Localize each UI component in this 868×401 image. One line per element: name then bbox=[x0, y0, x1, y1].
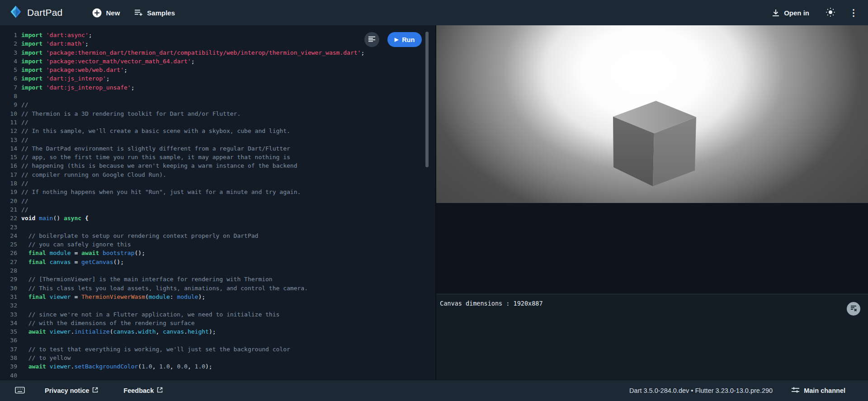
line-number: 18 bbox=[0, 179, 17, 188]
code-line: 14// The DartPad environment is slightly… bbox=[0, 144, 435, 153]
keyboard-icon bbox=[15, 387, 25, 395]
console-output: Canvas dimensions : 868x401 bbox=[440, 300, 868, 307]
tune-icon bbox=[792, 387, 799, 395]
line-number: 37 bbox=[0, 345, 17, 354]
keyboard-shortcuts-button[interactable] bbox=[15, 387, 25, 395]
line-number: 12 bbox=[0, 127, 17, 135]
line-number: 20 bbox=[0, 197, 17, 205]
line-number: 16 bbox=[0, 161, 17, 170]
sdk-version-text: Dart 3.5.0-284.0.dev • Flutter 3.23.0-13… bbox=[629, 387, 773, 394]
samples-button-label: Samples bbox=[147, 9, 175, 17]
code-line: 15// app, so the first time you run this… bbox=[0, 153, 435, 161]
open-in-label: Open in bbox=[784, 9, 809, 17]
download-icon bbox=[772, 9, 780, 17]
header-bar: DartPad New Samples bbox=[0, 0, 868, 25]
line-number: 1 bbox=[0, 31, 17, 39]
execution-background bbox=[436, 203, 868, 294]
play-icon: ▶ bbox=[395, 37, 398, 42]
console-panel: Canvas dimensions : 868x401 bbox=[436, 294, 868, 380]
code-line: 21// bbox=[0, 205, 435, 214]
code-line: 37 // to test that everything is working… bbox=[0, 345, 435, 354]
line-number: 4 bbox=[0, 57, 17, 66]
editor-scrollbar-thumb[interactable] bbox=[425, 32, 429, 167]
code-line: 26 final module = await bootstrap(); bbox=[0, 249, 435, 257]
line-number: 24 bbox=[0, 231, 17, 240]
line-number: 32 bbox=[0, 301, 17, 310]
external-link-icon bbox=[157, 387, 163, 394]
code-line: 3import 'package:thermion_dart/thermion_… bbox=[0, 48, 435, 57]
line-number: 19 bbox=[0, 188, 17, 196]
clear-console-icon bbox=[850, 305, 857, 313]
new-button[interactable]: New bbox=[92, 8, 120, 18]
code-line: 8 bbox=[0, 92, 435, 100]
feedback-link[interactable]: Feedback bbox=[123, 387, 163, 394]
line-number: 25 bbox=[0, 240, 17, 249]
code-line: 18// bbox=[0, 179, 435, 188]
brightness-toggle-button[interactable] bbox=[826, 7, 835, 19]
format-align-icon bbox=[368, 36, 375, 43]
code-line: 9// bbox=[0, 100, 435, 109]
code-line: 16// happening (this is because we aren'… bbox=[0, 161, 435, 170]
code-line: 36 bbox=[0, 336, 435, 344]
code-line: 6import 'dart:js_interop'; bbox=[0, 74, 435, 83]
privacy-notice-label: Privacy notice bbox=[45, 387, 89, 394]
code-line: 20// bbox=[0, 197, 435, 205]
code-line: 19// If nothing happens when you hit "Ru… bbox=[0, 188, 435, 196]
plus-circle-icon bbox=[92, 8, 102, 18]
line-number: 40 bbox=[0, 371, 17, 380]
line-number: 2 bbox=[0, 39, 17, 48]
feedback-label: Feedback bbox=[123, 387, 154, 394]
line-number: 11 bbox=[0, 118, 17, 127]
open-in-button[interactable]: Open in bbox=[772, 9, 809, 17]
main-split: 1import 'dart:async';2import 'dart:math'… bbox=[0, 25, 868, 380]
line-number: 30 bbox=[0, 284, 17, 292]
code-line: 38 // to yellow bbox=[0, 354, 435, 362]
code-line: 12// In this sample, we'll create a basi… bbox=[0, 127, 435, 135]
line-number: 7 bbox=[0, 83, 17, 92]
run-button[interactable]: ▶ Run bbox=[387, 32, 422, 47]
line-number: 14 bbox=[0, 144, 17, 153]
footer-bar: Privacy notice Feedback Dart 3.5.0-284.0… bbox=[0, 380, 868, 401]
line-number: 33 bbox=[0, 310, 17, 319]
line-number: 39 bbox=[0, 362, 17, 371]
line-number: 27 bbox=[0, 258, 17, 266]
code-line: 23 bbox=[0, 223, 435, 231]
line-number: 10 bbox=[0, 109, 17, 118]
playlist-add-icon bbox=[134, 9, 143, 16]
code-line: 5import 'package:web/web.dart'; bbox=[0, 66, 435, 74]
code-line: 34 // with the dimensions of the renderi… bbox=[0, 319, 435, 327]
line-number: 34 bbox=[0, 319, 17, 327]
code-line: 11// bbox=[0, 118, 435, 127]
code-line: 33 // since we're not in a Flutter appli… bbox=[0, 310, 435, 319]
code-line: 4import 'package:vector_math/vector_math… bbox=[0, 57, 435, 66]
privacy-notice-link[interactable]: Privacy notice bbox=[45, 387, 98, 394]
code-line: 10// Thermion is a 3D rendering toolkit … bbox=[0, 109, 435, 118]
code-line: 24 // boilerplate to setup our rendering… bbox=[0, 231, 435, 240]
cube-3d bbox=[436, 25, 868, 203]
line-number: 21 bbox=[0, 205, 17, 214]
line-number: 6 bbox=[0, 74, 17, 83]
line-number: 23 bbox=[0, 223, 17, 231]
line-number: 31 bbox=[0, 292, 17, 301]
samples-button[interactable]: Samples bbox=[134, 9, 175, 17]
code-editor-pane[interactable]: 1import 'dart:async';2import 'dart:math'… bbox=[0, 25, 435, 380]
line-number: 26 bbox=[0, 249, 17, 257]
overflow-menu-button[interactable]: ⋮ bbox=[849, 7, 858, 18]
code-line: 22void main() async { bbox=[0, 214, 435, 222]
line-number: 3 bbox=[0, 48, 17, 57]
code-line: 40 bbox=[0, 371, 435, 380]
app-title: DartPad bbox=[27, 7, 62, 18]
format-code-button[interactable] bbox=[364, 32, 379, 47]
code-lines: 1import 'dart:async';2import 'dart:math'… bbox=[0, 25, 435, 380]
line-number: 36 bbox=[0, 336, 17, 344]
line-number: 15 bbox=[0, 153, 17, 161]
channel-selector-button[interactable]: Main channel bbox=[792, 387, 845, 395]
output-pane: Canvas dimensions : 868x401 bbox=[435, 25, 868, 380]
line-number: 8 bbox=[0, 92, 17, 100]
clear-console-button[interactable] bbox=[847, 302, 860, 316]
code-line: 25 // you can safely ignore this bbox=[0, 240, 435, 249]
render-canvas-3d[interactable] bbox=[436, 25, 868, 203]
line-number: 38 bbox=[0, 354, 17, 362]
code-line: 35 await viewer.initialize(canvas.width,… bbox=[0, 327, 435, 336]
line-number: 22 bbox=[0, 214, 17, 222]
